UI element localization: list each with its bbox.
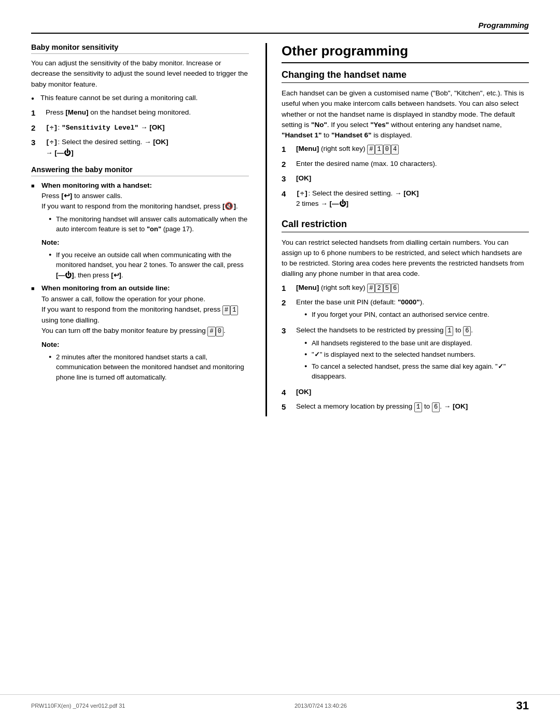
answering-sq-list: When monitoring with a handset: Press [↩…: [31, 180, 249, 383]
call-restriction-steps: 1 [Menu] (right soft key) #256 2 Enter t…: [282, 283, 529, 413]
page-footer: PRW110FX(en) _0724 ver012.pdf 31 2013/07…: [0, 694, 560, 712]
monitoring-outside-label: When monitoring from an outside line:: [41, 284, 170, 292]
answering-baby-monitor-heading: Answering the baby monitor: [31, 165, 249, 176]
step-2: 2 Enter the desired name (max. 10 charac…: [282, 159, 529, 171]
right-column: Other programming Changing the handset n…: [265, 43, 529, 416]
header-title: Programming: [478, 21, 529, 30]
list-item: If you receive an outside call when comm…: [49, 250, 249, 281]
note-label-1: Note:: [41, 237, 249, 248]
changing-handset-name-steps: 1 [Menu] (right soft key) #104 2 Enter t…: [282, 144, 529, 209]
list-item: This feature cannot be set during a moni…: [31, 93, 249, 103]
baby-monitor-sensitivity-heading: Baby monitor sensitivity: [31, 43, 249, 54]
left-column: Baby monitor sensitivity You can adjust …: [31, 43, 249, 416]
call-restriction-heading: Call restriction: [282, 219, 529, 232]
step-3: 3 [OK]: [282, 173, 529, 185]
list-item: All handsets registered to the base unit…: [304, 338, 529, 348]
list-item: 2 minutes after the monitored handset st…: [49, 352, 249, 383]
monitoring-outside-line-item: When monitoring from an outside line: To…: [31, 283, 249, 382]
two-col-layout: Baby monitor sensitivity You can adjust …: [31, 43, 529, 416]
page-header: Programming: [31, 21, 529, 34]
step-1: 1 [Menu] (right soft key) #104: [282, 144, 529, 156]
call-restriction-section: Call restriction You can restrict select…: [282, 219, 529, 413]
baby-monitor-sensitivity-bullets: This feature cannot be set during a moni…: [31, 93, 249, 103]
footer-date-info: 2013/07/24 13:40:26: [295, 703, 347, 709]
call-restriction-body: You can restrict selected handsets from …: [282, 237, 529, 279]
baby-monitor-sensitivity-steps: 1 Press [Menu] on the handset being moni…: [31, 107, 249, 158]
list-item: To cancel a selected handset, press the …: [304, 361, 529, 382]
baby-monitor-sensitivity-body: You can adjust the sensitivity of the ba…: [31, 58, 249, 90]
list-item: If you forget your PIN, contact an autho…: [304, 310, 529, 320]
changing-handset-name-section: Changing the handset name Each handset c…: [282, 69, 529, 209]
other-programming-title: Other programming: [282, 43, 529, 63]
step-2: 2 Enter the base unit PIN (default: "000…: [282, 297, 529, 322]
page-container: Programming Baby monitor sensitivity You…: [0, 0, 560, 728]
step-3: 3 [÷]: Select the desired setting. → [OK…: [31, 137, 249, 158]
step-1: 1 [Menu] (right soft key) #256: [282, 283, 529, 295]
step-2-bullets: If you forget your PIN, contact an autho…: [296, 310, 529, 320]
step-5: 5 Select a memory location by pressing 1…: [282, 401, 529, 413]
page-number: 31: [516, 699, 529, 712]
step-3-bullets: All handsets registered to the base unit…: [296, 338, 529, 382]
step-3: 3 Select the handsets to be restricted b…: [282, 325, 529, 384]
changing-handset-name-heading: Changing the handset name: [282, 69, 529, 83]
monitoring-handset-subbullets: The monitoring handset will answer calls…: [41, 214, 249, 234]
note-2-bullets: 2 minutes after the monitored handset st…: [41, 352, 249, 383]
monitoring-handset-label: When monitoring with a handset:: [41, 181, 152, 189]
note-1-bullets: If you receive an outside call when comm…: [41, 250, 249, 281]
list-item: The monitoring handset will answer calls…: [49, 214, 249, 234]
baby-monitor-sensitivity-section: Baby monitor sensitivity You can adjust …: [31, 43, 249, 158]
changing-handset-name-body: Each handset can be given a customised n…: [282, 88, 529, 141]
step-4: 4 [OK]: [282, 387, 529, 399]
list-item: "✓" is displayed next to the selected ha…: [304, 349, 529, 360]
step-4: 4 [÷]: Select the desired setting. → [OK…: [282, 188, 529, 209]
step-2: 2 [÷]: "Sensitivity Level" → [OK]: [31, 122, 249, 134]
answering-baby-monitor-section: Answering the baby monitor When monitori…: [31, 165, 249, 383]
monitoring-with-handset-item: When monitoring with a handset: Press [↩…: [31, 180, 249, 281]
footer-file-info: PRW110FX(en) _0724 ver012.pdf 31: [31, 703, 125, 709]
note-label-2: Note:: [41, 340, 249, 350]
step-1: 1 Press [Menu] on the handset being moni…: [31, 107, 249, 119]
